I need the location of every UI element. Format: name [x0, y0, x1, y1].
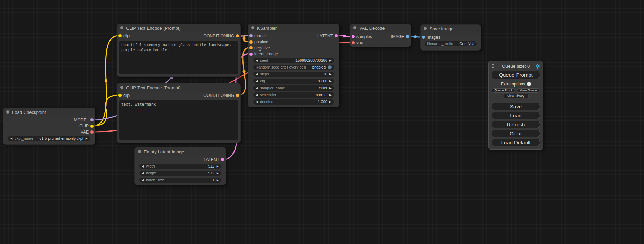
prev-arrow-icon[interactable]: ◀ — [256, 58, 258, 63]
input-slot-clip[interactable]: clip — [117, 92, 130, 99]
queue-front-button[interactable]: Queue Front — [492, 88, 515, 93]
next-arrow-icon[interactable]: ▶ — [329, 79, 332, 84]
input-slot-images[interactable]: images — [421, 34, 440, 40]
queue-prompt-button[interactable]: Queue Prompt — [492, 71, 540, 79]
conditioning-port-icon[interactable] — [236, 94, 239, 97]
next-arrow-icon[interactable]: ▶ — [329, 92, 332, 98]
load-default-button[interactable]: Load Default — [492, 139, 540, 146]
output-slot-clip[interactable]: CLIP — [74, 123, 95, 129]
prev-arrow-icon[interactable]: ◀ — [10, 136, 12, 141]
prev-arrow-icon[interactable]: ◀ — [142, 178, 144, 183]
collapse-dot-icon[interactable] — [424, 27, 427, 30]
prev-arrow-icon[interactable]: ◀ — [256, 85, 258, 91]
input-slot-clip[interactable]: clip — [117, 33, 130, 39]
node-header[interactable]: KSampler — [248, 24, 339, 32]
collapse-dot-icon[interactable] — [353, 26, 356, 29]
node-load-checkpoint[interactable]: Load Checkpoint MODEL CLIP VAE ◀ ckpt_na… — [3, 108, 95, 145]
prev-arrow-icon[interactable]: ◀ — [142, 171, 144, 176]
collapse-dot-icon[interactable] — [120, 26, 123, 29]
image-port-icon[interactable] — [422, 36, 425, 39]
negative-prompt-textarea[interactable]: text, watermark — [119, 100, 238, 140]
input-slot-latent-image[interactable]: latent_image — [248, 51, 278, 57]
prev-arrow-icon[interactable]: ◀ — [142, 164, 144, 169]
input-slot-positive[interactable]: positive — [248, 39, 278, 45]
node-graph-canvas[interactable]: Load Checkpoint MODEL CLIP VAE ◀ ckpt_na… — [0, 0, 644, 244]
node-clip-text-encode-negative[interactable]: CLIP Text Encode (Prompt) clip CONDITION… — [117, 83, 241, 143]
node-ksampler[interactable]: KSampler model positive negative latent_… — [248, 24, 339, 107]
input-slot-negative[interactable]: negative — [248, 45, 278, 51]
next-arrow-icon[interactable]: ▶ — [217, 178, 219, 183]
prev-arrow-icon[interactable]: ◀ — [256, 92, 258, 98]
extra-options-checkbox[interactable] — [527, 82, 531, 86]
view-history-button[interactable]: View History — [503, 94, 529, 98]
node-header[interactable]: CLIP Text Encode (Prompt) — [117, 83, 240, 92]
output-slot-image[interactable]: IMAGE — [391, 34, 410, 40]
vae-port-icon[interactable] — [352, 41, 355, 44]
denoise-widget[interactable]: ◀ denoise 1.000 ▶ — [253, 99, 334, 105]
latent-port-icon[interactable] — [221, 158, 224, 161]
batch-size-widget[interactable]: ◀ batch_size 1 ▶ — [139, 178, 221, 183]
model-port-icon[interactable] — [249, 34, 253, 37]
settings-gear-icon[interactable] — [535, 64, 540, 69]
image-port-icon[interactable] — [406, 35, 409, 38]
view-queue-button[interactable]: View Queue — [517, 88, 540, 93]
output-slot-latent[interactable]: LATENT — [317, 33, 339, 39]
latent-port-icon[interactable] — [249, 53, 253, 56]
conditioning-port-icon[interactable] — [249, 40, 253, 44]
node-header[interactable]: Load Checkpoint — [3, 108, 95, 116]
positive-prompt-textarea[interactable]: beautiful scenery nature glass bottle la… — [119, 41, 238, 74]
toggle-knob-icon[interactable] — [328, 65, 332, 69]
node-header[interactable]: CLIP Text Encode (Prompt) — [117, 24, 240, 32]
input-slot-vae[interactable]: vae — [351, 40, 372, 46]
node-empty-latent-image[interactable]: Empty Latent Image LATENT ◀ width 512 ▶ … — [134, 147, 226, 185]
clip-port-icon[interactable] — [90, 125, 94, 128]
clip-port-icon[interactable] — [118, 94, 122, 97]
next-arrow-icon[interactable]: ▶ — [86, 136, 88, 141]
node-vae-decode[interactable]: VAE Decode samples vae IMAGE — [350, 24, 411, 47]
prev-arrow-icon[interactable]: ◀ — [256, 79, 258, 84]
drag-handle-icon[interactable] — [492, 64, 494, 68]
node-header[interactable]: VAE Decode — [350, 24, 411, 32]
node-save-image[interactable]: Save Image images filename_prefix ComfyU… — [420, 24, 481, 51]
model-port-icon[interactable] — [90, 118, 94, 121]
output-slot-latent[interactable]: LATENT — [204, 156, 225, 163]
random-seed-toggle-widget[interactable]: Random seed after every gen enabled — [253, 65, 334, 70]
output-slot-conditioning[interactable]: CONDITIONING — [203, 92, 240, 99]
latent-port-icon[interactable] — [335, 34, 338, 37]
ckpt-name-widget[interactable]: ◀ ckpt_name v1-5-pruned-emaonly.ckpt ▶ — [8, 136, 90, 141]
save-button[interactable]: Save — [492, 103, 540, 110]
height-widget[interactable]: ◀ height 512 ▶ — [139, 171, 221, 176]
output-slot-conditioning[interactable]: CONDITIONING — [203, 33, 240, 39]
seed-widget[interactable]: ◀ seed 156680208700286 ▶ — [253, 58, 334, 63]
next-arrow-icon[interactable]: ▶ — [329, 85, 332, 91]
next-arrow-icon[interactable]: ▶ — [329, 72, 332, 77]
scheduler-widget[interactable]: ◀ scheduler normal ▶ — [253, 92, 334, 98]
output-slot-vae[interactable]: VAE — [74, 129, 95, 135]
queue-panel-header[interactable]: Queue size: 0 — [492, 62, 540, 70]
clear-button[interactable]: Clear — [492, 130, 540, 137]
next-arrow-icon[interactable]: ▶ — [217, 164, 219, 169]
filename-prefix-widget[interactable]: filename_prefix ComfyUI — [425, 41, 477, 46]
prev-arrow-icon[interactable]: ◀ — [256, 99, 258, 105]
node-clip-text-encode-positive[interactable]: CLIP Text Encode (Prompt) clip CONDITION… — [117, 24, 241, 77]
collapse-dot-icon[interactable] — [138, 150, 141, 153]
width-widget[interactable]: ◀ width 512 ▶ — [139, 164, 221, 169]
collapse-dot-icon[interactable] — [6, 110, 9, 114]
load-button[interactable]: Load — [492, 112, 540, 119]
conditioning-port-icon[interactable] — [249, 46, 253, 49]
latent-port-icon[interactable] — [352, 35, 355, 38]
sampler-name-widget[interactable]: ◀ sampler_name euler ▶ — [253, 85, 334, 91]
node-header[interactable]: Empty Latent Image — [135, 147, 226, 156]
input-slot-model[interactable]: model — [248, 33, 278, 39]
output-slot-model[interactable]: MODEL — [74, 117, 95, 123]
next-arrow-icon[interactable]: ▶ — [217, 171, 219, 176]
prev-arrow-icon[interactable]: ◀ — [256, 72, 258, 77]
next-arrow-icon[interactable]: ▶ — [329, 58, 332, 63]
conditioning-port-icon[interactable] — [236, 34, 239, 37]
vae-port-icon[interactable] — [90, 130, 94, 134]
cfg-widget[interactable]: ◀ cfg 8.000 ▶ — [253, 79, 334, 84]
steps-widget[interactable]: ◀ steps 20 ▶ — [253, 72, 334, 77]
clip-port-icon[interactable] — [118, 34, 122, 37]
collapse-dot-icon[interactable] — [120, 86, 123, 89]
collapse-dot-icon[interactable] — [251, 26, 254, 29]
